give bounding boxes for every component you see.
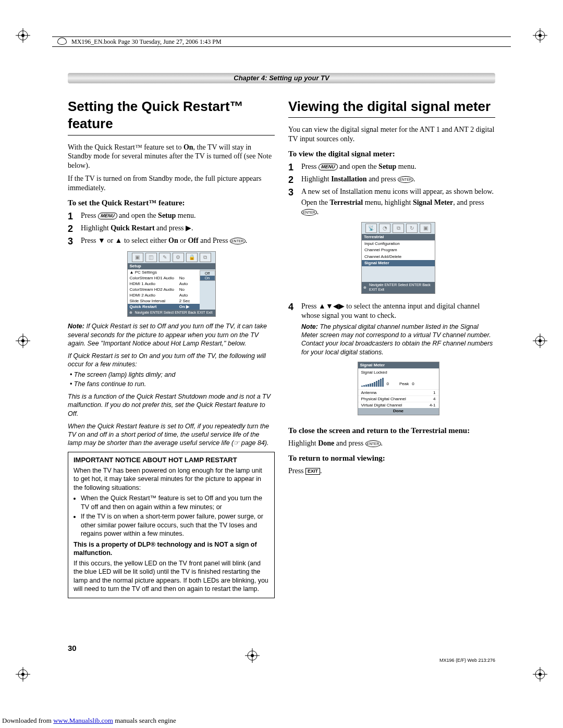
exit-button-icon: EXIT: [305, 468, 320, 475]
section-title: Viewing the digital signal meter: [288, 98, 495, 118]
down-arrow-icon: ▼: [98, 236, 105, 244]
note: This is a function of the Quick Restart …: [68, 392, 275, 418]
osd-icon: ▣: [132, 253, 143, 262]
svg-point-15: [538, 673, 542, 676]
paragraph: Press EXIT.: [288, 466, 495, 476]
step-list: Press MENU and open the Setup menu. High…: [68, 211, 275, 246]
svg-point-7: [538, 34, 542, 37]
book-icon: [57, 38, 67, 45]
doc-code: MX196 (E/F) Web 213:276: [439, 658, 495, 663]
step: Press MENU and open the Setup menu.: [288, 162, 495, 172]
osd-menu-item: Channel Program: [362, 247, 435, 253]
step: Press MENU and open the Setup menu.: [68, 211, 275, 221]
subheading: To set the Quick Restart™ feature:: [68, 198, 275, 208]
document-page: MX196_EN.book Page 30 Tuesday, June 27, …: [0, 0, 563, 710]
box-bullet: If the TV is on when a short-term power …: [81, 512, 269, 538]
step: Highlight Quick Restart and press ▶.: [68, 224, 275, 233]
step: Press ▼ or ▲ to select either On or Off …: [68, 236, 275, 246]
subheading: To return to normal viewing:: [288, 453, 495, 463]
menu-button-icon: MENU: [97, 213, 117, 219]
note: When the Quick Restart feature is set to…: [68, 422, 275, 448]
osd-icon: ◫: [145, 253, 157, 262]
paragraph: Highlight Done and press ENTER.: [288, 439, 495, 448]
osd-menu-item: Channel Add/Delete: [362, 254, 435, 260]
enter-button-icon: ENTER: [230, 238, 246, 244]
crop-mark-icon: [533, 667, 547, 682]
arrow-keys-icon: ▲▼◀▶: [319, 302, 345, 310]
paragraph: With the Quick Restart™ feature set to O…: [68, 143, 275, 171]
paragraph: If the TV is turned on from Standby mode…: [68, 174, 275, 193]
osd-icon: 🔒: [186, 253, 198, 262]
osd-icon: ✎: [159, 253, 170, 262]
crop-mark-icon: [533, 334, 547, 348]
box-paragraph: When the TV has been powered on long eno…: [74, 466, 269, 492]
svg-point-23: [538, 339, 542, 342]
up-arrow-icon: ▲: [115, 236, 123, 244]
osd-icon: ⚙: [173, 253, 184, 262]
crop-mark-icon: [16, 334, 30, 348]
step-list: Press MENU and open the Setup menu. High…: [288, 162, 495, 420]
svg-point-19: [21, 339, 25, 342]
left-column: Setting the Quick Restart™ feature With …: [68, 98, 275, 598]
section-title: Setting the Quick Restart™ feature: [68, 98, 275, 135]
box-title: IMPORTANT NOTICE ABOUT HOT LAMP RESTART: [74, 455, 269, 464]
right-arrow-icon: ▶: [186, 224, 191, 232]
note-bullet: The fans continue to run.: [70, 380, 275, 388]
osd-menu-item: Input Configuration: [362, 241, 435, 247]
columns: Setting the Quick Restart™ feature With …: [68, 98, 495, 598]
osd-title: Setup: [128, 263, 215, 269]
crop-mark-icon: [16, 28, 30, 43]
crop-mark-icon: [533, 28, 547, 43]
right-column: Viewing the digital signal meter You can…: [288, 98, 495, 598]
important-notice-box: IMPORTANT NOTICE ABOUT HOT LAMP RESTART …: [68, 452, 275, 598]
osd-body: ▲ PC Settings ColorStream HD1 AudioNo HD…: [128, 269, 215, 310]
box-bullet: When the Quick Restart™ feature is set t…: [81, 494, 269, 511]
svg-point-11: [21, 673, 25, 676]
subheading: To close the screen and return to the Te…: [288, 426, 495, 436]
note: Note: If Quick Restart is set to Off and…: [68, 322, 275, 348]
step: Highlight Installation and press ENTER.: [288, 175, 495, 184]
osd-icon: ⧉: [200, 253, 211, 262]
chapter-bar: Chapter 4: Setting up your TV: [68, 73, 495, 83]
step: Press ▲▼◀▶ to select the antenna input a…: [288, 302, 495, 421]
enter-button-icon: ENTER: [365, 440, 381, 447]
osd-icon-row: ▣◫✎⚙🔒⧉: [128, 252, 215, 263]
osd-title: Terrestrial: [362, 234, 435, 240]
crop-mark-icon: [16, 667, 30, 682]
box-paragraph: If this occurs, the yellow LED on the TV…: [74, 559, 269, 594]
box-strong: This is a property of DLP® technology an…: [74, 540, 269, 558]
paragraph: You can view the digital signal meter fo…: [288, 125, 495, 144]
subheading: To view the digital signal meter:: [288, 149, 495, 159]
enter-button-icon: ENTER: [301, 209, 317, 216]
note: If Quick Restart is set to On and you tu…: [68, 352, 275, 388]
osd-nav: ⊕ Navigate ENTER Select ENTER Back EXIT …: [128, 310, 215, 316]
osd-menu-item-selected: Signal Meter: [362, 260, 435, 266]
print-header: MX196_EN.book Page 30 Tuesday, June 27, …: [52, 36, 511, 47]
osd-setup-screenshot: ▣◫✎⚙🔒⧉ Setup ▲ PC Settings ColorStream H…: [127, 251, 216, 317]
content-frame: Chapter 4: Setting up your TV Setting th…: [68, 73, 495, 652]
step: A new set of Installation menu icons wil…: [288, 187, 495, 299]
menu-button-icon: MENU: [318, 164, 338, 170]
page-number: 30: [68, 644, 77, 652]
enter-button-icon: ENTER: [398, 176, 413, 183]
note-bullet: The screen (lamp) lights dimly; and: [70, 371, 275, 379]
svg-point-27: [251, 654, 254, 657]
print-header-text: MX196_EN.book Page 30 Tuesday, June 27, …: [71, 38, 222, 45]
svg-point-3: [21, 34, 25, 37]
osd-signal-meter-screenshot: Signal Meter Signal Locked 0 Peak 0: [358, 362, 439, 415]
osd-terrestrial-screenshot: 📡◔⧉↻▣ Terrestrial Input Configuration Ch…: [361, 222, 435, 294]
